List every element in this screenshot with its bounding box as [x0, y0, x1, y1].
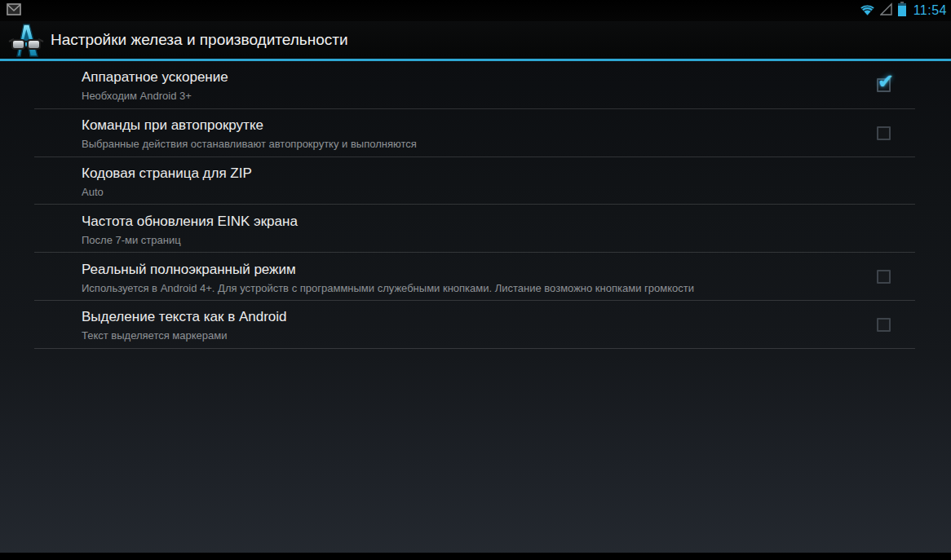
settings-row-text: Реальный полноэкранный режим Используетс… [82, 259, 877, 295]
setting-subtitle: Используется в Android 4+. Для устройств… [82, 281, 877, 295]
setting-checkbox[interactable]: ✔ [877, 126, 891, 140]
settings-row[interactable]: Аппаратное ускорение Необходим Android 3… [0, 61, 951, 109]
setting-title: Выделение текста как в Android [82, 308, 877, 325]
setting-checkbox[interactable]: ✔ [877, 270, 891, 284]
setting-title: Кодовая страница для ZIP [82, 165, 891, 182]
setting-subtitle: Текст выделяется маркерами [82, 329, 877, 342]
setting-checkbox[interactable]: ✔ [877, 318, 891, 332]
settings-row-text: Аппаратное ускорение Необходим Android 3… [82, 67, 877, 103]
setting-checkbox[interactable]: ✔ [877, 78, 891, 92]
mail-notification-icon [7, 3, 21, 19]
battery-icon [897, 2, 907, 20]
setting-title: Реальный полноэкранный режим [82, 261, 877, 278]
settings-content: Аппаратное ускорение Необходим Android 3… [0, 61, 951, 553]
settings-row[interactable]: Реальный полноэкранный режим Используетс… [0, 253, 951, 301]
cell-signal-empty-icon [880, 2, 893, 19]
settings-row-text: Кодовая страница для ZIP Auto [82, 163, 891, 199]
status-time: 11:54 [913, 3, 947, 18]
android-screen: 11:54 [0, 0, 951, 560]
checkmark-icon: ✔ [878, 70, 894, 93]
setting-title: Частота обновления EINK экрана [82, 213, 891, 230]
wifi-icon [859, 2, 876, 20]
navigation-bar [0, 553, 951, 560]
settings-row[interactable]: Выделение текста как в Android Текст выд… [0, 301, 951, 349]
settings-row-text: Команды при автопрокрутке Выбранные дейс… [82, 115, 877, 151]
status-bar: 11:54 [0, 0, 951, 21]
settings-row[interactable]: Частота обновления EINK экрана После 7-м… [0, 205, 951, 253]
setting-subtitle: Auto [82, 185, 891, 199]
settings-row[interactable]: Команды при автопрокрутке Выбранные дейс… [0, 109, 951, 157]
alreader-app-icon [7, 22, 45, 58]
setting-subtitle: После 7-ми страниц [82, 233, 891, 247]
setting-title: Аппаратное ускорение [82, 68, 877, 86]
setting-subtitle: Необходим Android 3+ [82, 89, 877, 103]
settings-row[interactable]: Кодовая страница для ZIP Auto [0, 157, 951, 205]
settings-row-text: Выделение текста как в Android Текст выд… [82, 306, 877, 342]
setting-title: Команды при автопрокрутке [82, 117, 877, 134]
settings-row-text: Частота обновления EINK экрана После 7-м… [82, 211, 891, 247]
page-title: Настройки железа и производительности [51, 31, 348, 49]
setting-subtitle: Выбранные действия останавливают автопро… [82, 137, 877, 151]
action-bar: Настройки железа и производительности [0, 21, 951, 61]
settings-list: Аппаратное ускорение Необходим Android 3… [0, 61, 951, 349]
